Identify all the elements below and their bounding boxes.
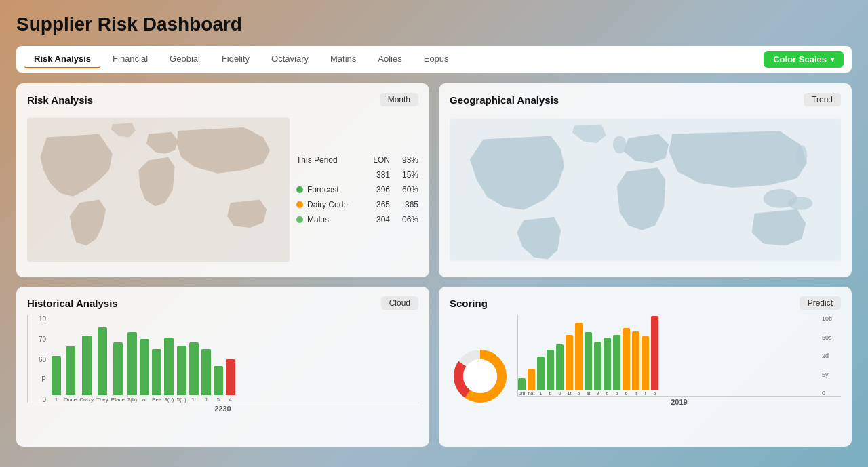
tab-aolies[interactable]: Aolies bbox=[368, 50, 411, 68]
sbar-b bbox=[547, 350, 554, 390]
scoring-bar-6b: 6 bbox=[623, 328, 630, 396]
tab-risk-analysis[interactable]: Risk Analysis bbox=[24, 50, 100, 68]
tab-octaviary[interactable]: Octaviary bbox=[262, 50, 318, 68]
chevron-down-icon: ▾ bbox=[831, 56, 834, 63]
scoring-bar-b2: b bbox=[613, 335, 620, 396]
bar-chart-wrapper: 10 70 60 P 0 1 Once bbox=[27, 315, 418, 424]
sbar-l bbox=[642, 336, 649, 390]
svg-point-5 bbox=[796, 145, 807, 167]
tab-eopus[interactable]: Eopus bbox=[414, 50, 458, 68]
color-scales-dropdown[interactable]: Color Scales ▾ bbox=[764, 51, 844, 68]
risk-row-2: Forecast 396 60% bbox=[296, 185, 418, 195]
risk-val2-3: 365 bbox=[394, 200, 418, 209]
risk-row-1: 381 15% bbox=[296, 170, 418, 180]
bar-place bbox=[113, 342, 123, 395]
scoring-bar-0: 0 bbox=[556, 344, 564, 396]
sbar-it bbox=[632, 331, 639, 390]
scoring-bar-5c: 5 bbox=[651, 316, 658, 396]
bar-they bbox=[98, 327, 107, 395]
risk-val2-0: 93% bbox=[394, 155, 418, 165]
bar-item-they: They bbox=[96, 327, 108, 403]
bar-j bbox=[201, 349, 211, 395]
historical-analysis-card: Historical Analysis Cloud 10 70 60 P 0 1 bbox=[16, 287, 429, 447]
sbar-0m bbox=[518, 378, 526, 390]
scoring-bars-wrapper: 10b 60s 2d 5y 0 0m hat bbox=[517, 315, 841, 437]
tab-fidelity[interactable]: Fidelity bbox=[212, 50, 259, 68]
historical-analysis-header: Historical Analysis Cloud bbox=[27, 296, 418, 310]
risk-analysis-title: Risk Analysis bbox=[27, 94, 93, 106]
bar-item-once: Once bbox=[64, 346, 77, 403]
geo-analysis-card: Geographical Analysis Trend bbox=[439, 83, 852, 277]
bar-item-5b: 5(b) bbox=[177, 346, 186, 403]
risk-row-3: Dairy Code 365 365 bbox=[296, 200, 418, 209]
risk-val2-1: 15% bbox=[394, 170, 418, 180]
donut-chart-container bbox=[450, 315, 511, 437]
world-map-svg bbox=[27, 112, 290, 268]
scoring-bars-container: 0m hat 1 b 0 bbox=[517, 315, 841, 397]
bar-at bbox=[140, 339, 149, 395]
risk-row-0: This Period LON 93% bbox=[296, 155, 418, 165]
geo-analysis-title: Geographical Analysis bbox=[450, 94, 559, 106]
scoring-yaxis: 10b 60s 2d 5y 0 bbox=[822, 315, 841, 397]
historical-content: 10 70 60 P 0 1 Once bbox=[27, 315, 418, 437]
risk-val2-4: 06% bbox=[394, 215, 418, 224]
bar-1t bbox=[189, 342, 199, 395]
bar-2b bbox=[127, 332, 137, 395]
risk-row-4: Malus 304 06% bbox=[296, 215, 418, 224]
geo-analysis-header: Geographical Analysis Trend bbox=[450, 93, 841, 106]
bar-item-j: J bbox=[201, 349, 211, 403]
tab-geobial[interactable]: Geobial bbox=[160, 50, 210, 68]
bar-item-4: 4 bbox=[226, 359, 235, 403]
bar-1 bbox=[52, 356, 61, 395]
sbar-5c bbox=[651, 316, 658, 390]
bar-crazy bbox=[82, 336, 92, 395]
svg-point-3 bbox=[788, 197, 812, 210]
risk-map bbox=[27, 112, 290, 268]
bar-5b bbox=[177, 346, 186, 395]
risk-val1-3: 365 bbox=[366, 200, 390, 209]
scoring-title: Scoring bbox=[450, 298, 488, 309]
bar-item-5: 5 bbox=[214, 366, 223, 403]
svg-point-9 bbox=[463, 359, 497, 393]
risk-month-button[interactable]: Month bbox=[380, 93, 418, 106]
risk-analysis-header: Risk Analysis Month bbox=[27, 93, 418, 106]
geo-trend-button[interactable]: Trend bbox=[804, 93, 841, 106]
historical-cloud-button[interactable]: Cloud bbox=[381, 296, 418, 310]
sbar-6a bbox=[604, 338, 611, 390]
dashboard-grid: Risk Analysis Month bbox=[16, 83, 852, 447]
sbar-1t bbox=[566, 335, 573, 390]
scoring-bar-9: 9 bbox=[594, 342, 601, 396]
bar-item-pea: Pea bbox=[152, 349, 161, 403]
sbar-hat bbox=[528, 369, 535, 390]
risk-val2-2: 60% bbox=[394, 185, 418, 195]
sbar-b2 bbox=[613, 335, 620, 390]
scoring-bar-1t: 1t bbox=[566, 335, 573, 396]
scoring-bar-b: b bbox=[547, 350, 554, 396]
page-title: Supplier Risk Dashboard bbox=[16, 14, 852, 35]
scoring-header: Scoring Predict bbox=[450, 296, 841, 310]
risk-val1-0: LON bbox=[366, 155, 390, 165]
bar-item-at: at bbox=[140, 339, 149, 403]
scoring-bar-l: l bbox=[642, 336, 649, 396]
bar-4 bbox=[226, 359, 235, 395]
scoring-bar-hat: hat bbox=[528, 369, 535, 396]
hist-x-label: 2230 bbox=[27, 405, 418, 413]
sbar-0 bbox=[556, 344, 564, 390]
scoring-bar-1: 1 bbox=[537, 357, 545, 396]
bar-item-1: 1 bbox=[52, 356, 61, 403]
risk-label-4: Malus bbox=[307, 215, 361, 224]
scoring-card: Scoring Predict 10b 60s 2d bbox=[439, 287, 852, 447]
bar-item-2b: 2(b) bbox=[127, 332, 137, 403]
tab-financial[interactable]: Financial bbox=[103, 50, 157, 68]
tab-matins[interactable]: Matins bbox=[321, 50, 366, 68]
risk-label-3: Dairy Code bbox=[307, 200, 361, 209]
sbar-9 bbox=[594, 342, 601, 390]
scoring-bar-it: it bbox=[632, 331, 639, 396]
bar-5 bbox=[214, 366, 223, 395]
svg-point-4 bbox=[613, 136, 627, 153]
risk-analysis-card: Risk Analysis Month bbox=[16, 83, 429, 277]
risk-val1-2: 396 bbox=[366, 185, 390, 195]
bar-item-crazy: Crazy bbox=[79, 336, 94, 403]
risk-label-2: Forecast bbox=[307, 185, 361, 195]
scoring-predict-button[interactable]: Predict bbox=[800, 296, 841, 310]
